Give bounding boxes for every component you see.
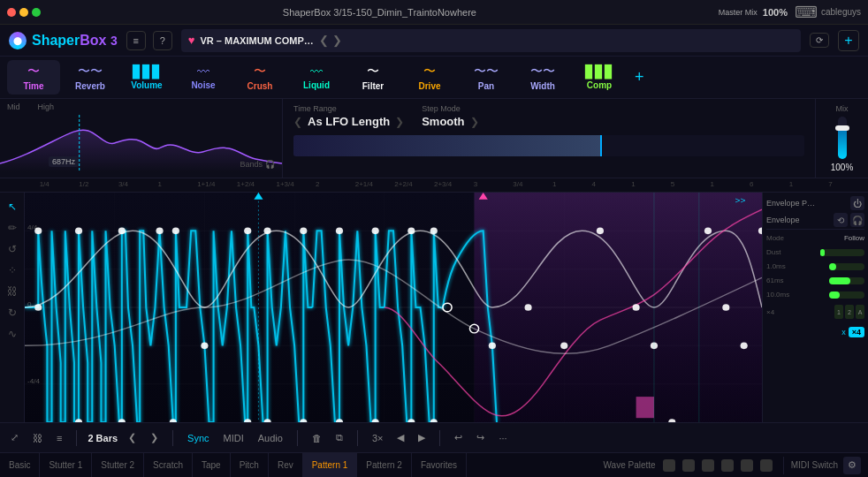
maximize-button[interactable] — [32, 8, 41, 17]
lfo-bar[interactable] — [293, 135, 804, 156]
bottom-tab-pattern2[interactable]: Pattern 2 — [357, 453, 412, 477]
ruler-mark-14: 1 — [552, 180, 556, 188]
add-shaper-button[interactable]: + — [629, 68, 650, 87]
envelope-power[interactable]: ⏻ — [850, 196, 864, 210]
palette-slot-3[interactable] — [702, 459, 714, 472]
ruler-mark-12: 3 — [474, 180, 477, 188]
time-range-prev[interactable]: ❮ — [293, 116, 302, 128]
link-button[interactable]: ⛓ — [29, 431, 46, 445]
canvas-area[interactable]: 4/4 0 -4/4 — [25, 193, 762, 422]
close-button[interactable] — [7, 8, 16, 17]
audio-mode[interactable]: Audio — [255, 431, 286, 445]
svg-point-39 — [407, 227, 415, 234]
preset-prev-button[interactable]: ❮ — [319, 34, 329, 47]
tab-pan[interactable]: 〜〜Pan — [460, 60, 513, 95]
undo-button[interactable]: ↩ — [451, 430, 466, 445]
release-label: 61ms — [766, 276, 784, 284]
mix-value[interactable]: 100% — [831, 163, 854, 172]
bottom-tab-stutter1[interactable]: Stutter 1 — [40, 453, 92, 477]
palette-slot-6[interactable] — [760, 459, 773, 472]
filter-canvas[interactable]: 687Hz Bands 🎧 — [0, 115, 282, 172]
list-button[interactable]: ≡ — [53, 431, 65, 445]
add-tab-button[interactable]: + — [838, 30, 859, 51]
bottom-tab-basic[interactable]: Basic — [0, 453, 40, 477]
palette-slot-2[interactable] — [682, 459, 695, 472]
filter-freq-label[interactable]: 687Hz — [49, 156, 79, 167]
menu-button[interactable]: ≡ — [126, 31, 146, 50]
palette-slot-5[interactable] — [741, 459, 753, 472]
play-button[interactable]: ▶ — [415, 430, 429, 445]
tab-time[interactable]: 〜Time — [7, 60, 60, 95]
help-button[interactable]: ? — [153, 31, 172, 50]
time-range-next[interactable]: ❯ — [395, 116, 404, 128]
tab-liquid[interactable]: 〰Liquid — [290, 61, 343, 94]
envelope-svg: 4/4 0 -4/4 — [25, 193, 762, 422]
tab-crush[interactable]: 〜Crush — [233, 60, 286, 95]
wave-tool[interactable]: ∿ — [4, 325, 21, 343]
tab-drive[interactable]: 〜Drive — [403, 60, 456, 95]
time-range-value[interactable]: As LFO Length — [308, 115, 390, 128]
palette-slot-4[interactable] — [721, 459, 734, 472]
mix-slider-thumb[interactable] — [835, 125, 849, 131]
svg-point-43 — [524, 304, 531, 311]
copy-button[interactable]: ⧉ — [332, 430, 346, 445]
bottom-tab-pattern1[interactable]: Pattern 1 — [303, 453, 358, 477]
redo-button[interactable]: ↪ — [473, 430, 488, 445]
tab-noise[interactable]: 〰Noise — [177, 61, 230, 94]
rotate-tool[interactable]: ↺ — [4, 240, 21, 258]
sync-mode[interactable]: Sync — [184, 431, 212, 445]
bottom-tab-tape[interactable]: Tape — [193, 453, 231, 477]
tab-width[interactable]: 〜〜Width — [516, 60, 569, 95]
bottom-tab-stutter2[interactable]: Stutter 2 — [92, 453, 144, 477]
minimize-button[interactable] — [19, 8, 28, 17]
sync-button[interactable]: ⟳ — [810, 33, 829, 48]
preset-name[interactable]: VR – MAXIMUM COMP… — [200, 35, 313, 46]
mode-value[interactable]: Follow — [844, 234, 864, 242]
step-mode-next[interactable]: ❯ — [470, 116, 479, 128]
ruler-mark-7: 1+3/4 — [276, 180, 293, 188]
loop-tool[interactable]: ↻ — [4, 304, 21, 322]
more-button[interactable]: ··· — [495, 431, 510, 445]
expand-button[interactable]: ⤢ — [7, 430, 22, 445]
nodes-tool[interactable]: ⁘ — [4, 261, 21, 279]
tab-icon-volume: ▊▊▊ — [133, 64, 162, 79]
rewind-button[interactable]: ◀ — [393, 430, 407, 445]
step-mode-value[interactable]: Smooth — [422, 115, 464, 128]
tab-filter[interactable]: 〜Filter — [346, 60, 400, 95]
bars-next[interactable]: ❯ — [147, 430, 162, 445]
midi-switch-button[interactable]: ⚙ — [843, 457, 861, 474]
step-mode-value-row: Smooth ❯ — [422, 115, 478, 128]
palette-slot-1[interactable] — [663, 459, 675, 472]
times-button[interactable]: 3× — [369, 431, 387, 445]
link-tool[interactable]: ⛓ — [4, 283, 21, 300]
envelope-setting2[interactable]: 🎧 — [850, 213, 864, 227]
bottom-tab-favorites[interactable]: Favorites — [412, 453, 467, 477]
master-mix-value[interactable]: 100% — [763, 7, 788, 18]
ruler-mark-5: 1+1/4 — [197, 180, 215, 188]
cursor-tool[interactable]: ↖ — [4, 198, 21, 216]
master-mix-label: Master Mix — [719, 8, 758, 17]
bottom-tabs: BasicStutter 1Stutter 2ScratchTapePitchR… — [0, 452, 868, 477]
pen-tool[interactable]: ✏ — [4, 219, 21, 237]
bars-prev[interactable]: ❮ — [125, 430, 140, 445]
tab-volume[interactable]: ▊▊▊Volume — [120, 61, 173, 94]
filter-row: Mid High — [0, 99, 868, 178]
midi-mode[interactable]: MIDI — [220, 431, 247, 445]
delete-button[interactable]: 🗑 — [308, 431, 325, 445]
favorite-icon[interactable]: ♥ — [188, 34, 195, 47]
ruler-mark-3: 3/4 — [118, 180, 128, 188]
cableguys-logo: ⌨ cableguys — [795, 3, 861, 22]
bottom-tab-pitch[interactable]: Pitch — [231, 453, 269, 477]
preset-next-button[interactable]: ❯ — [332, 34, 342, 47]
filter-display: Mid High — [0, 99, 283, 178]
svg-point-24 — [156, 227, 163, 234]
left-sidebar: ↖ ✏ ↺ ⁘ ⛓ ↻ ∿ — [0, 193, 25, 422]
ruler-mark-9: 2+1/4 — [355, 180, 373, 188]
bottom-tab-scratch[interactable]: Scratch — [144, 453, 193, 477]
mix-slider[interactable] — [838, 117, 847, 159]
envelope-setting1[interactable]: ⟲ — [834, 213, 848, 227]
svg-point-19 — [34, 227, 42, 234]
tab-reverb[interactable]: 〜〜Reverb — [64, 60, 117, 95]
bottom-tab-rev[interactable]: Rev — [269, 453, 303, 477]
tab-comp[interactable]: ▊▊▊Comp — [573, 61, 626, 94]
